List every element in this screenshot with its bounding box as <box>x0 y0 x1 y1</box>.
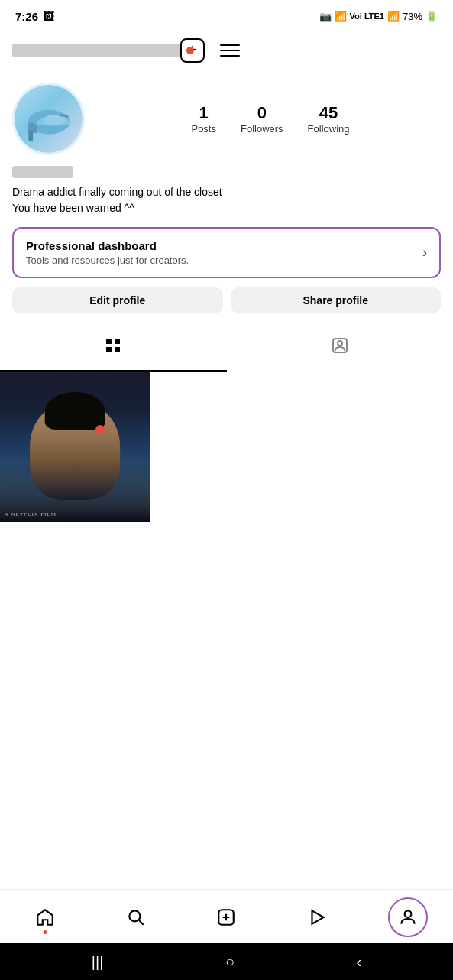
menu-line-1 <box>220 44 240 46</box>
movie-text: A NETFLIX FILM <box>5 511 57 518</box>
bottom-nav: ||| ○ ‹ <box>0 889 453 980</box>
pro-dashboard-subtitle: Tools and resources just for creators. <box>26 255 189 266</box>
profile-stats: 1 Posts 0 Followers 45 Following <box>100 103 441 135</box>
edit-profile-button[interactable]: Edit profile <box>12 287 223 313</box>
following-stat[interactable]: 45 Following <box>308 103 350 135</box>
add-icon <box>216 907 236 927</box>
status-bar: 7:26 🖼 📷 📶 Voi LTE1 📶 73% 🔋 <box>0 0 453 31</box>
pro-dashboard-text: Professional dashboard Tools and resourc… <box>26 239 189 266</box>
following-label: Following <box>308 123 350 135</box>
action-buttons: Edit profile Share profile <box>12 287 441 313</box>
nav-search-button[interactable] <box>116 897 156 937</box>
svg-point-8 <box>338 341 342 346</box>
status-signal-text: Voi LTE1 <box>350 11 384 21</box>
back-button[interactable]: ‹ <box>357 953 362 971</box>
svg-rect-5 <box>106 347 112 352</box>
grid-icon <box>104 336 122 359</box>
posts-stat[interactable]: 1 Posts <box>191 103 216 135</box>
status-time: 7:26 🖼 <box>15 10 54 23</box>
avatar[interactable] <box>12 83 85 155</box>
nav-profile-button[interactable] <box>388 897 428 937</box>
share-profile-button[interactable]: Share profile <box>231 287 442 313</box>
time-text: 7:26 <box>15 10 38 23</box>
home-dot <box>44 930 47 934</box>
profile-header: 1 Posts 0 Followers 45 Following <box>12 83 441 155</box>
status-right: 📷 📶 Voi LTE1 📶 73% 🔋 <box>319 11 438 22</box>
status-photo-icon: 🖼 <box>43 10 54 23</box>
profile-icon <box>398 907 418 927</box>
pro-dashboard-title: Professional dashboard <box>26 239 189 252</box>
person-tag-icon <box>331 336 349 359</box>
battery-icon: 🔋 <box>425 11 438 22</box>
professional-dashboard-button[interactable]: Professional dashboard Tools and resourc… <box>12 227 441 278</box>
svg-point-1 <box>43 115 65 125</box>
tab-grid[interactable] <box>0 326 227 372</box>
followers-label: Followers <box>241 123 283 135</box>
home-icon <box>35 907 55 927</box>
posts-count: 1 <box>199 103 209 123</box>
svg-marker-11 <box>312 910 324 923</box>
avatar-image <box>15 85 83 153</box>
following-count: 45 <box>319 103 338 123</box>
nav-reels-button[interactable] <box>297 897 337 937</box>
svg-rect-2 <box>28 130 33 141</box>
menu-line-3 <box>220 55 240 57</box>
recents-button[interactable]: ||| <box>92 953 104 971</box>
followers-stat[interactable]: 0 Followers <box>241 103 283 135</box>
nav-home-button[interactable] <box>25 897 65 937</box>
post-thumbnail-1[interactable]: A NETFLIX FILM <box>0 372 150 522</box>
status-signal-icon: 📷 <box>319 11 332 22</box>
bottom-nav-inner <box>0 890 453 943</box>
reels-icon <box>307 907 327 927</box>
followers-count: 0 <box>257 103 267 123</box>
home-button[interactable]: ○ <box>225 953 235 971</box>
svg-point-9 <box>129 910 140 921</box>
status-bars-icon: 📶 <box>387 11 400 22</box>
svg-rect-4 <box>115 339 120 344</box>
nav-add-button[interactable] <box>206 897 246 937</box>
content-spacer <box>0 522 453 675</box>
svg-rect-6 <box>115 347 120 352</box>
svg-point-12 <box>404 910 411 917</box>
menu-line-2 <box>220 50 240 51</box>
tab-bar <box>0 326 453 372</box>
profile-bio: Drama addict finally coming out of the c… <box>12 184 441 216</box>
svg-rect-3 <box>106 339 112 344</box>
profile-section: 1 Posts 0 Followers 45 Following Drama a… <box>0 70 453 313</box>
menu-button[interactable] <box>220 44 240 57</box>
shoe-image <box>21 92 76 147</box>
status-wifi-icon: 📶 <box>335 11 347 22</box>
chevron-right-icon: › <box>422 245 427 261</box>
posts-label: Posts <box>191 123 216 135</box>
battery-text: 73% <box>403 11 422 22</box>
top-nav: + <box>0 31 453 70</box>
system-nav-bar: ||| ○ ‹ <box>0 943 453 980</box>
profile-username <box>12 166 73 178</box>
username-bar <box>12 44 180 57</box>
movie-poster-image: A NETFLIX FILM <box>0 372 150 522</box>
search-icon <box>126 907 146 927</box>
posts-grid: A NETFLIX FILM <box>0 372 453 522</box>
tab-tagged[interactable] <box>227 326 454 372</box>
